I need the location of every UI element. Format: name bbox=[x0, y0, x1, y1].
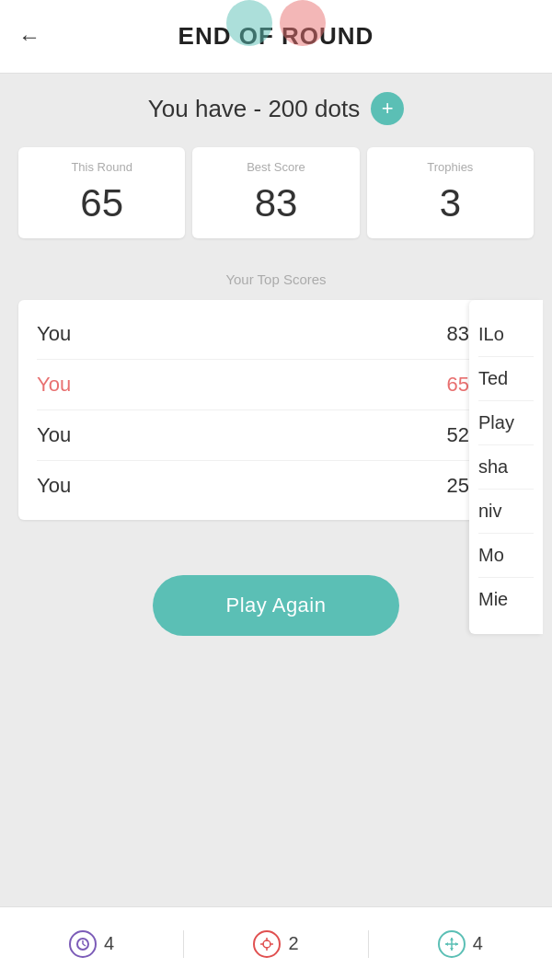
deco-circle-pink bbox=[280, 0, 326, 46]
score-val-2: 65 bbox=[447, 373, 469, 397]
scores-section: Your Top Scores You 83 You 65 You 52 You bbox=[18, 271, 534, 636]
nav-count-crosshair: 2 bbox=[288, 933, 298, 954]
main-content: You have - 200 dots + This Round 65 Best… bbox=[0, 74, 552, 906]
stat-card-this-round: This Round 65 bbox=[18, 147, 185, 238]
nav-count-move: 4 bbox=[473, 933, 483, 954]
score-val-3: 52 bbox=[447, 423, 469, 447]
dots-text: You have - 200 dots bbox=[148, 95, 360, 123]
side-item-1: ILo bbox=[478, 313, 534, 357]
best-score-value: 83 bbox=[201, 181, 350, 225]
play-again-button[interactable]: Play Again bbox=[153, 575, 400, 636]
score-row: You 52 bbox=[37, 410, 469, 461]
score-row: You 83 bbox=[37, 309, 469, 360]
clock-icon bbox=[69, 930, 97, 958]
play-again-container: Play Again bbox=[18, 575, 534, 636]
side-panel: ILo Ted Play sha niv Mo Mie bbox=[469, 300, 543, 634]
bottom-nav: 4 2 4 bbox=[0, 906, 552, 980]
this-round-value: 65 bbox=[28, 181, 176, 225]
side-item-4: sha bbox=[478, 445, 534, 490]
side-item-7: Mie bbox=[478, 578, 534, 621]
nav-count-history: 4 bbox=[104, 933, 114, 954]
dots-row: You have - 200 dots + bbox=[18, 92, 534, 125]
side-item-3: Play bbox=[478, 401, 534, 445]
score-val-4: 25 bbox=[447, 474, 469, 498]
plus-button[interactable]: + bbox=[371, 92, 404, 125]
scores-title: Your Top Scores bbox=[18, 271, 534, 287]
scores-table: You 83 You 65 You 52 You 25 bbox=[18, 300, 488, 520]
deco-circle-teal bbox=[226, 0, 272, 46]
score-name-3: You bbox=[37, 423, 71, 447]
svg-marker-12 bbox=[445, 942, 448, 946]
best-score-label: Best Score bbox=[201, 160, 350, 174]
move-icon bbox=[438, 930, 466, 958]
score-row-highlight: You 65 bbox=[37, 360, 469, 410]
trophies-label: Trophies bbox=[376, 160, 524, 174]
svg-marker-11 bbox=[450, 948, 454, 951]
svg-line-2 bbox=[83, 944, 86, 946]
svg-point-3 bbox=[263, 940, 270, 948]
svg-marker-13 bbox=[455, 942, 458, 946]
header: ← END OF ROUND bbox=[0, 0, 552, 74]
score-name-4: You bbox=[37, 474, 71, 498]
side-item-5: niv bbox=[478, 490, 534, 534]
stats-row: This Round 65 Best Score 83 Trophies 3 bbox=[18, 147, 534, 238]
this-round-label: This Round bbox=[28, 160, 176, 174]
score-name-2: You bbox=[37, 373, 71, 397]
nav-item-move[interactable]: 4 bbox=[369, 930, 552, 958]
stat-card-best-score: Best Score 83 bbox=[192, 147, 359, 238]
score-row: You 25 bbox=[37, 461, 469, 511]
nav-item-history[interactable]: 4 bbox=[0, 930, 184, 958]
score-name-1: You bbox=[37, 322, 71, 346]
score-val-1: 83 bbox=[447, 322, 469, 346]
stat-card-trophies: Trophies 3 bbox=[367, 147, 534, 238]
crosshair-icon bbox=[253, 930, 281, 958]
side-item-6: Mo bbox=[478, 534, 534, 578]
trophies-value: 3 bbox=[376, 181, 524, 225]
nav-item-crosshair[interactable]: 2 bbox=[184, 930, 368, 958]
svg-marker-10 bbox=[450, 938, 454, 940]
side-item-2: Ted bbox=[478, 357, 534, 401]
back-button[interactable]: ← bbox=[18, 24, 40, 50]
decorative-circles bbox=[226, 0, 326, 46]
